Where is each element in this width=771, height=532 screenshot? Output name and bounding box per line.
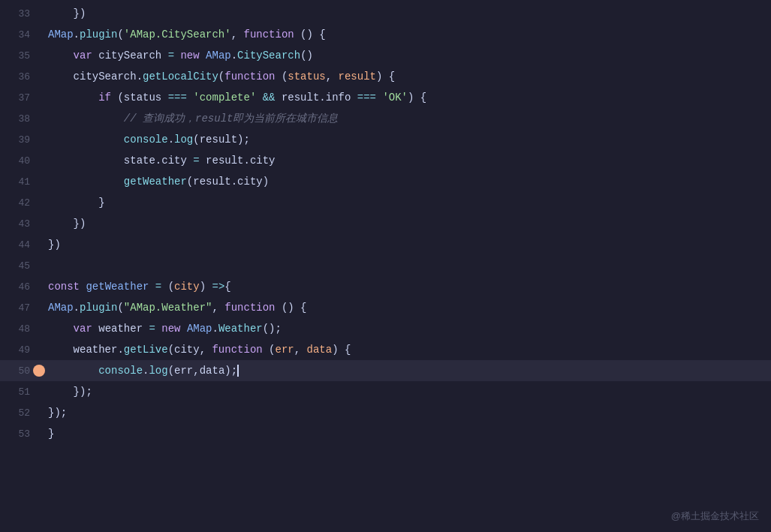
token-punc: ) (200, 281, 212, 293)
token-arrow: => (212, 281, 224, 293)
token-kw: if (98, 92, 111, 104)
token-punc: , (212, 302, 224, 314)
token-punc: () { (294, 29, 326, 41)
token-punc: . (212, 323, 218, 335)
line-content: citySearch.getLocalCity(function (status… (45, 66, 771, 87)
line-content: } (45, 192, 771, 213)
line-content: console.log(err,data); (45, 360, 771, 381)
token-param: data (307, 344, 333, 356)
line-content: }) (45, 213, 771, 234)
token-method: console (98, 365, 143, 377)
token-punc: ( (117, 302, 123, 314)
token-op: = (168, 50, 174, 62)
token-kw: new (161, 323, 180, 335)
token-str: "AMap.Weather" (124, 302, 212, 314)
line-number: 37 (0, 92, 45, 104)
token-method: CitySearch (237, 50, 300, 62)
token-punc: { (224, 281, 230, 293)
code-line: 41 getWeather(result.city) (0, 171, 771, 192)
token-punc: , (193, 365, 199, 377)
token-fn: AMap (187, 323, 212, 335)
token-str: 'AMap.CitySearch' (124, 29, 231, 41)
code-line: 44}) (0, 234, 771, 255)
code-line: 49 weather.getLive(city, function (err, … (0, 339, 771, 360)
token-method: Weather (218, 323, 263, 335)
token-method: log (149, 365, 167, 377)
token-punc: . (243, 155, 249, 167)
token-punc: }) (74, 218, 86, 230)
token-punc: ) { (376, 71, 395, 83)
token-op: = (193, 155, 199, 167)
line-number: 41 (0, 176, 45, 188)
line-content: getWeather(result.city) (45, 171, 771, 192)
code-line: 47AMap.plugin("AMap.Weather", function (… (0, 297, 771, 318)
token-fn: AMap (206, 50, 231, 62)
token-kw: function (224, 71, 275, 83)
line-content: const getWeather = (city) =>{ (45, 276, 771, 297)
token-fn: getWeather (86, 281, 149, 293)
token-punc: () (300, 50, 313, 62)
token-comment: // 查询成功，result即为当前所在城市信息 (124, 113, 339, 125)
token-param: err (276, 344, 294, 356)
token-punc: ) (263, 176, 269, 188)
token-punc: } (98, 197, 104, 209)
line-number: 46 (0, 281, 45, 293)
line-number: 49 (0, 344, 45, 356)
token-plain: city (174, 344, 200, 356)
code-line: 50 console.log(err,data); (0, 360, 771, 381)
token-method: getLocalCity (143, 71, 218, 83)
line-number: 48 (0, 323, 45, 335)
token-punc: ( (168, 344, 174, 356)
code-line: 34AMap.plugin('AMap.CitySearch', functio… (0, 24, 771, 45)
line-number: 52 (0, 407, 45, 419)
token-punc: . (74, 302, 80, 314)
line-number: 38 (0, 113, 45, 125)
token-punc: . (319, 92, 325, 104)
token-punc: . (231, 176, 237, 188)
token-punc: () { (276, 302, 307, 314)
line-content: weather.getLive(city, function (err, dat… (45, 339, 771, 360)
line-content: var citySearch = new AMap.CitySearch() (45, 45, 771, 66)
token-plain: city (237, 176, 263, 188)
token-op: = (149, 323, 155, 335)
code-line: 36 citySearch.getLocalCity(function (sta… (0, 66, 771, 87)
token-op: && (263, 92, 276, 104)
token-plain (149, 281, 155, 293)
line-content: }); (45, 402, 771, 423)
line-number: 39 (0, 134, 45, 146)
token-plain: result (193, 176, 230, 188)
line-number: 47 (0, 302, 45, 314)
code-line: 37 if (status === 'complete' && result.i… (0, 87, 771, 108)
code-line: 45 (0, 255, 771, 276)
token-punc: . (137, 71, 143, 83)
watermark: @稀土掘金技术社区 (671, 509, 759, 523)
code-line: 46const getWeather = (city) =>{ (0, 276, 771, 297)
token-fn: AMap (48, 302, 74, 314)
token-plain: result (200, 155, 244, 167)
code-line: 38 // 查询成功，result即为当前所在城市信息 (0, 108, 771, 129)
line-number: 40 (0, 155, 45, 167)
token-fn: AMap (48, 29, 74, 41)
token-punc: (); (263, 323, 282, 335)
code-line: 51 }); (0, 381, 771, 402)
token-punc: }); (48, 407, 67, 419)
token-punc: }) (48, 239, 61, 251)
token-plain: weather (92, 323, 149, 335)
token-plain: city (161, 155, 193, 167)
token-punc: (status (111, 92, 168, 104)
line-content: state.city = result.city (45, 150, 771, 171)
token-punc: , (231, 29, 244, 41)
code-line: 43 }) (0, 213, 771, 234)
token-punc: . (231, 50, 237, 62)
token-kw: var (74, 50, 92, 62)
token-punc: ( (193, 134, 199, 146)
token-punc: }); (74, 386, 92, 398)
token-kw: function (243, 29, 294, 41)
code-line: 53} (0, 423, 771, 444)
line-number: 45 (0, 260, 45, 272)
token-punc: ( (218, 71, 224, 83)
token-plain: city (250, 155, 276, 167)
code-line: 39 console.log(result); (0, 129, 771, 150)
line-content: var weather = new AMap.Weather(); (45, 318, 771, 339)
token-op: = (155, 281, 161, 293)
